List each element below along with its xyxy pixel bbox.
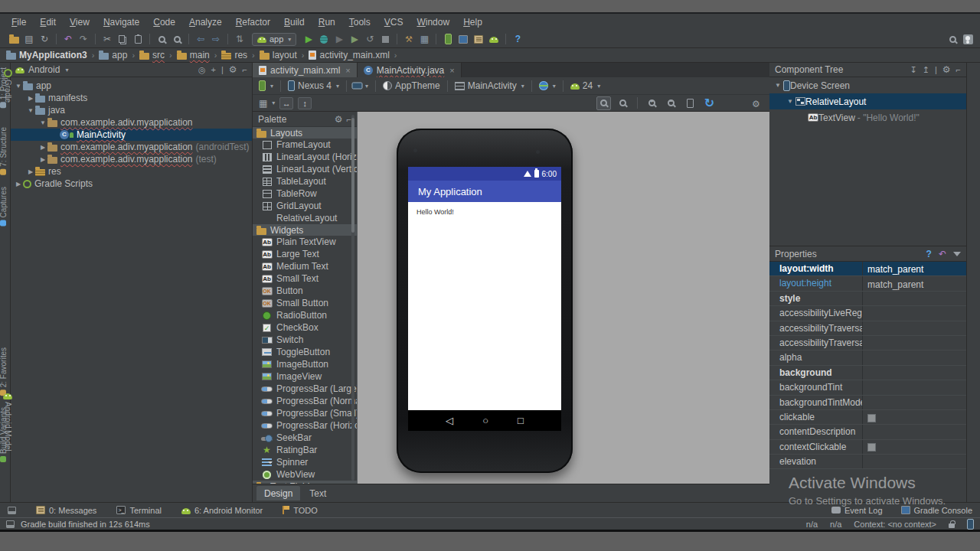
palette-item-progressbar-small[interactable]: ProgressBar (Small)	[253, 407, 357, 419]
project-tree-item-app[interactable]: ▼app	[11, 80, 252, 92]
palette-item-switch[interactable]: Switch	[253, 334, 357, 346]
match-height-button[interactable]: ↕	[298, 97, 312, 109]
palette-scrollbar-thumb[interactable]	[351, 118, 354, 233]
property-row-background[interactable]: background	[769, 366, 966, 380]
run-configuration-selector[interactable]: app▾	[252, 33, 296, 46]
back-icon[interactable]: ⇦	[193, 32, 208, 46]
sync-icon[interactable]: ↻	[37, 32, 52, 46]
menu-tools[interactable]: Tools	[342, 15, 377, 29]
menu-window[interactable]: Window	[410, 15, 456, 29]
menu-edit[interactable]: Edit	[33, 15, 63, 29]
menu-file[interactable]: File	[5, 15, 33, 29]
zoom-fit-button[interactable]	[596, 96, 611, 110]
help-icon[interactable]: ?	[926, 249, 932, 259]
property-value[interactable]	[863, 306, 966, 320]
palette-item-relativelayout[interactable]: RelativeLayout	[253, 212, 357, 224]
filter-icon[interactable]	[953, 252, 961, 256]
cut-icon[interactable]: ✂	[100, 32, 115, 46]
find-icon[interactable]	[154, 32, 169, 46]
variant-button[interactable]: ▦▾	[259, 98, 275, 109]
property-value[interactable]	[863, 336, 966, 350]
tool-stripe-captures[interactable]: Captures	[0, 187, 8, 227]
palette-item-webview[interactable]: WebView	[253, 468, 357, 481]
menu-analyze[interactable]: Analyze	[182, 15, 229, 29]
toolwindow-event-log[interactable]: Event Log	[831, 506, 883, 515]
property-row-backgroundtint[interactable]: backgroundTint	[769, 380, 966, 395]
breadcrumb-item-app[interactable]: app	[97, 50, 129, 60]
api-level-selector[interactable]: 24 ▾	[570, 80, 600, 91]
menu-help[interactable]: Help	[456, 15, 489, 29]
chevron-down-icon[interactable]: ▼	[14, 83, 23, 90]
designer-settings-button[interactable]	[749, 96, 763, 110]
preview-content[interactable]: Hello World!	[408, 202, 561, 410]
property-value[interactable]	[863, 455, 966, 468]
palette-item-radiobutton[interactable]: RadioButton	[253, 309, 357, 321]
property-value[interactable]	[863, 396, 966, 409]
layout-inspector-icon[interactable]	[471, 32, 486, 46]
tool-stripe-7-structure[interactable]: 7: Structure	[0, 127, 8, 175]
palette-item-button[interactable]: Button	[253, 285, 357, 297]
tool-stripe-android-model[interactable]: Android Model	[3, 392, 12, 451]
palette-item-progressbar-large[interactable]: ProgressBar (Large)	[253, 383, 357, 395]
chevron-down-icon[interactable]: ▼	[785, 98, 795, 105]
collapse-all-icon[interactable]: +	[211, 65, 216, 74]
chevron-down-icon[interactable]: ▼	[26, 107, 35, 114]
gear-icon[interactable]	[229, 64, 237, 75]
component-tree-item-device-screen[interactable]: ▼Device Screen	[769, 77, 966, 93]
design-canvas[interactable]: 6:00 My Application Hello World! ◁ ○ □	[358, 112, 769, 484]
menu-build[interactable]: Build	[277, 15, 312, 29]
property-row-accessibilitytraversalafter[interactable]: accessibilityTraversalAfter	[769, 321, 966, 336]
gear-icon[interactable]	[942, 64, 951, 75]
menu-run[interactable]: Run	[312, 15, 342, 29]
palette-item-gridlayout[interactable]: GridLayout	[253, 200, 357, 212]
tab-mainactivity-java[interactable]: MainActivity.java×	[358, 63, 462, 77]
project-tree-item-java[interactable]: ▼java	[11, 104, 252, 116]
menu-refactor[interactable]: Refactor	[229, 15, 277, 29]
tool-stripe-2-favorites[interactable]: 2: Favorites	[0, 347, 8, 396]
hide-panel-icon[interactable]: ⌐	[956, 65, 961, 74]
device-screen-preview[interactable]: 6:00 My Application Hello World! ◁ ○ □	[408, 167, 561, 431]
property-value[interactable]: match_parent	[863, 262, 966, 276]
palette-item-progressbar-horizontal[interactable]: ProgressBar (Horizontal)	[253, 419, 357, 432]
breadcrumb-item-src[interactable]: src	[138, 50, 166, 60]
property-value[interactable]	[863, 380, 966, 394]
orientation-selector[interactable]: ▾	[354, 80, 368, 91]
property-value[interactable]	[863, 366, 966, 380]
attach-wrench-icon[interactable]	[401, 32, 416, 46]
chevron-right-icon[interactable]: ▶	[38, 156, 47, 163]
property-value[interactable]	[863, 425, 966, 439]
project-tree-item-res[interactable]: ▶res	[11, 165, 252, 178]
property-row-accessibilityliveregion[interactable]: accessibilityLiveRegion	[769, 306, 966, 321]
chevron-right-icon[interactable]: ▶	[26, 168, 35, 175]
close-icon[interactable]: ×	[345, 66, 350, 75]
designer-tab-text[interactable]: Text	[302, 486, 334, 500]
lock-icon[interactable]	[949, 523, 955, 528]
property-row-contentdescription[interactable]: contentDescription	[769, 425, 966, 439]
breadcrumb-item-layout[interactable]: layout	[258, 50, 299, 60]
palette-item-tablelayout[interactable]: TableLayout	[253, 175, 357, 187]
help-icon[interactable]: ?	[510, 32, 525, 46]
save-icon[interactable]: ▤	[21, 32, 37, 46]
palette-item-checkbox[interactable]: CheckBox	[253, 321, 357, 334]
gear-icon[interactable]	[335, 114, 343, 125]
preview-mode-button[interactable]	[683, 96, 697, 110]
chevron-right-icon[interactable]: ▶	[14, 181, 23, 187]
zoom-in-button[interactable]	[645, 96, 659, 110]
chevron-right-icon[interactable]: ▶	[26, 95, 35, 102]
breadcrumb-item-activity-main-xml[interactable]: activity_main.xml	[307, 50, 390, 60]
palette-item-large-text[interactable]: Large Text	[253, 248, 357, 260]
toolwindow-toggle-icon[interactable]	[6, 520, 15, 528]
sdk-manager-icon[interactable]	[456, 32, 471, 46]
property-value[interactable]	[863, 292, 966, 305]
open-folder-icon[interactable]	[6, 32, 21, 46]
toolwindow-0-messages[interactable]: 0: Messages	[36, 506, 96, 515]
property-row-style[interactable]: style	[769, 292, 966, 306]
project-tree-item-mainactivity[interactable]: MainActivity	[11, 129, 252, 141]
search-everywhere-button[interactable]	[945, 32, 960, 46]
project-tree-item-com-example-adiv-myapplication-test[interactable]: ▶com.example.adiv.myapplication(test)	[11, 153, 252, 165]
menu-navigate[interactable]: Navigate	[96, 15, 146, 29]
property-value[interactable]	[863, 410, 966, 424]
component-tree-item-relativelayout[interactable]: ▼RelativeLayout	[769, 93, 966, 109]
property-row-clickable[interactable]: clickable	[769, 410, 966, 425]
zoom-out-button[interactable]	[664, 96, 678, 110]
